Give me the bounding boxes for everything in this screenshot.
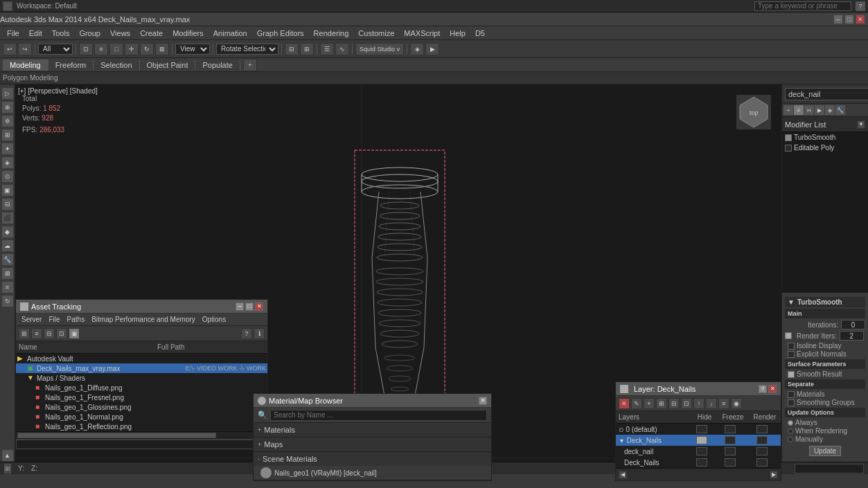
close-btn[interactable]: ✕ <box>856 15 865 24</box>
layer-deck-nails-render-check[interactable] <box>756 436 768 444</box>
layer-bottom-left[interactable]: ◀ <box>619 471 627 479</box>
modify-icon[interactable]: ≡ <box>794 105 804 115</box>
layer-tb-5[interactable]: ⊟ <box>668 398 680 409</box>
sidebar-icon-3[interactable]: ✲ <box>2 116 13 127</box>
layer-tb-8[interactable]: ↓ <box>706 398 717 409</box>
layer-row-deck-nail-sub[interactable]: deck_nail <box>616 446 781 457</box>
asset-row-maps-folder[interactable]: ▼ Maps / Shaders <box>16 373 267 383</box>
rotate-btn[interactable]: ↻ <box>140 43 154 55</box>
modifier-list-dropdown[interactable]: ▼ <box>857 120 865 129</box>
layer-deck-nails-hide-check[interactable] <box>696 436 707 444</box>
minimize-btn[interactable]: ─ <box>833 15 843 24</box>
mirror-btn[interactable]: ⊟ <box>285 43 299 55</box>
tab-freeform[interactable]: Freeform <box>48 60 94 71</box>
layer-tb-4[interactable]: ⊞ <box>656 398 667 409</box>
menu-edit[interactable]: Edit <box>25 28 46 39</box>
select-name-btn[interactable]: ≡ <box>94 43 108 55</box>
iterations-input[interactable] <box>841 320 865 329</box>
smooth-result-checkbox[interactable] <box>788 371 795 378</box>
asset-path-input[interactable] <box>16 440 267 449</box>
sidebar-icon-11[interactable]: ◆ <box>2 226 13 237</box>
layer-tb-7[interactable]: ↑ <box>693 398 705 409</box>
create-icon[interactable]: + <box>783 105 793 115</box>
mat-scene-item[interactable]: Nails_geo1 (VRayMtl) [deck_nail] <box>254 466 491 480</box>
menu-rendering[interactable]: Rendering <box>310 28 353 39</box>
asset-row-vault[interactable]: ▶ Autodesk Vault <box>16 354 267 363</box>
asset-scrollbar[interactable] <box>16 431 267 438</box>
menu-create[interactable]: Create <box>136 28 167 39</box>
modifier-turbosmooth[interactable]: TurboSmooth <box>782 132 868 143</box>
command-input[interactable] <box>795 464 864 473</box>
menu-customize[interactable]: Customize <box>354 28 398 39</box>
render-setup-btn[interactable]: ◈ <box>410 43 424 55</box>
modifier-editable-poly[interactable]: Editable Poly <box>782 143 868 153</box>
asset-tb-1[interactable]: ⊞ <box>19 328 30 339</box>
asset-menu-bitmap[interactable]: Bitmap Performance and Memory <box>89 315 198 324</box>
mat-materials-toggle[interactable]: + Materials <box>254 423 491 437</box>
render-iters-input[interactable] <box>840 331 864 341</box>
sidebar-icon-7[interactable]: ⊙ <box>2 171 13 182</box>
menu-animation[interactable]: Animation <box>209 28 251 39</box>
asset-row-max-file[interactable]: ▣ Deck_Nails_max_vray.max E:\- VIDEO WOR… <box>16 363 267 373</box>
sidebar-icon-12[interactable]: ☁ <box>2 240 13 251</box>
asset-tb-5[interactable]: ▣ <box>69 328 80 339</box>
asset-close-btn[interactable]: ✕ <box>255 302 263 311</box>
asset-menu-options[interactable]: Options <box>200 315 229 324</box>
always-radio[interactable] <box>788 420 793 426</box>
sidebar-icon-6[interactable]: ◈ <box>2 157 13 168</box>
sidebar-icon-14[interactable]: ⊠ <box>2 268 13 279</box>
redo-btn[interactable]: ↪ <box>18 43 32 55</box>
object-name-input[interactable] <box>785 88 868 100</box>
asset-tb-help[interactable]: ? <box>241 328 252 339</box>
layer-close-btn[interactable]: ✕ <box>768 385 777 393</box>
sidebar-icon-10[interactable]: ⬛ <box>2 213 13 224</box>
menu-d5[interactable]: D5 <box>471 28 489 39</box>
sidebar-icon-16[interactable]: ↻ <box>2 296 13 307</box>
menu-group[interactable]: Group <box>75 28 105 39</box>
tab-modeling[interactable]: Modeling <box>3 60 48 71</box>
render-iters-checkbox[interactable] <box>785 332 792 339</box>
layer-deck-nails-sub-freeze-check[interactable] <box>725 458 736 467</box>
selection-filter[interactable]: All <box>38 44 73 55</box>
layer-deck-nails-freeze-check[interactable] <box>725 436 736 444</box>
layer-deck-nail-sub-freeze-check[interactable] <box>725 447 736 455</box>
menu-maxscript[interactable]: MAXScript <box>400 28 444 39</box>
sidebar-icon-4[interactable]: ⊞ <box>2 129 13 141</box>
mat-close-btn[interactable]: ✕ <box>479 397 487 405</box>
layer-edit-btn[interactable]: ✎ <box>631 398 642 409</box>
undo-btn[interactable]: ↩ <box>3 43 17 55</box>
layer-tb-10[interactable]: ◉ <box>731 398 742 409</box>
mat-scene-toggle[interactable]: - Scene Materials <box>254 452 491 466</box>
sidebar-icon-9[interactable]: ⊟ <box>2 199 13 210</box>
layer-row-deck-nails[interactable]: ▼ Deck_Nails <box>616 435 781 446</box>
select-obj-btn[interactable]: ⊡ <box>79 43 93 55</box>
asset-row-fresnel[interactable]: ■ Nails_geo_1_Fresnel.png <box>16 392 267 402</box>
sidebar-icon-2[interactable]: ⊕ <box>2 102 13 113</box>
selection-set[interactable]: Rotate Selectio... <box>216 44 278 55</box>
tab-extra[interactable]: + <box>243 59 257 71</box>
layer-deck-nail-sub-hide-check[interactable] <box>696 447 707 455</box>
asset-row-glossines[interactable]: ■ Nails_geo_1_Glossines.png <box>16 402 267 412</box>
layer-tb-9[interactable]: ≡ <box>718 398 729 409</box>
asset-tb-3[interactable]: ⊟ <box>44 328 55 339</box>
maximize-btn[interactable]: □ <box>844 15 854 24</box>
manually-radio[interactable] <box>788 437 793 442</box>
layer-tb-6[interactable]: ⊡ <box>681 398 692 409</box>
menu-graph-editors[interactable]: Graph Editors <box>253 28 308 39</box>
explicit-normals-checkbox[interactable] <box>788 351 795 358</box>
sidebar-icon-8[interactable]: ▣ <box>2 185 13 196</box>
asset-maximize-btn[interactable]: □ <box>245 302 254 311</box>
asset-minimize-btn[interactable]: ─ <box>236 302 244 311</box>
tab-selection[interactable]: Selection <box>94 60 139 71</box>
tab-object-paint[interactable]: Object Paint <box>140 60 196 71</box>
isoline-checkbox[interactable] <box>788 343 795 350</box>
layer-mgr-btn[interactable]: ☰ <box>320 43 334 55</box>
asset-row-diffuse[interactable]: ■ Nails_geo_1_Diffuse.png <box>16 383 267 392</box>
rect-sel-btn[interactable]: □ <box>109 43 123 55</box>
sidebar-icon-5[interactable]: ✦ <box>2 143 13 154</box>
menu-modifiers[interactable]: Modifiers <box>168 28 208 39</box>
sidebar-icon-1[interactable]: ▷ <box>2 88 13 99</box>
asset-row-reflection[interactable]: ■ Nails_geo_1_Reflection.png <box>16 422 267 431</box>
mat-maps-toggle[interactable]: + Maps <box>254 437 491 451</box>
layer-default-render-check[interactable] <box>756 425 768 433</box>
